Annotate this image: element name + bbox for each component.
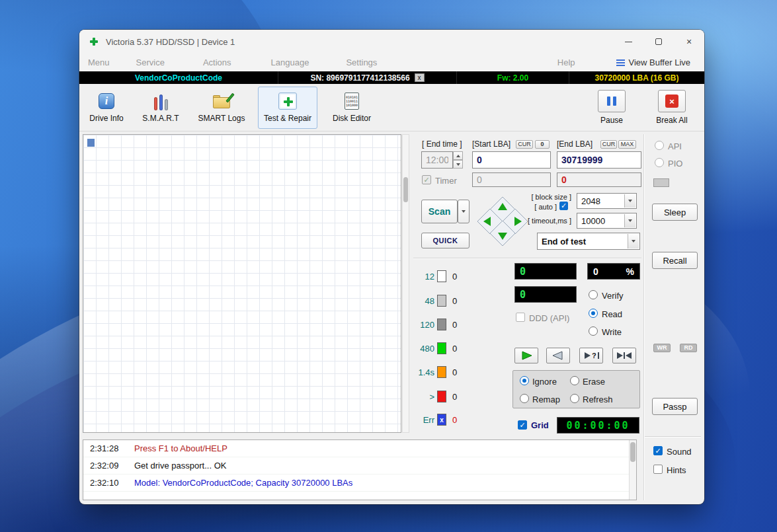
pause-icon	[598, 90, 626, 112]
canvas-scrollbar[interactable]	[402, 134, 409, 433]
read-radio[interactable]	[589, 309, 598, 318]
write-label: Write	[602, 327, 622, 337]
menu-item-menu[interactable]: Menu	[88, 57, 110, 67]
ddd-label: DDD (API)	[529, 313, 569, 323]
log-time: 2:32:09	[83, 461, 134, 471]
api-radio[interactable]	[655, 141, 664, 150]
scan-progress-block	[87, 139, 95, 147]
window-controls: ×	[613, 30, 704, 54]
smart-label: S.M.A.R.T	[142, 114, 179, 123]
end-time-input[interactable]	[421, 151, 453, 169]
back-button[interactable]	[546, 348, 570, 363]
log-row: 2:32:09 Get drive passport... OK	[83, 457, 636, 475]
combo-arrow-icon[interactable]	[624, 194, 635, 208]
start-lba-cur-button[interactable]: CUR	[516, 140, 533, 149]
percent-display: 0 %	[587, 263, 640, 280]
titlebar[interactable]: Victoria 5.37 HDD/SSD | Device 1 ×	[79, 30, 704, 54]
victoria-app-window: Victoria 5.37 HDD/SSD | Device 1 × Menu …	[79, 30, 704, 504]
serial-close-chip[interactable]: x	[415, 73, 425, 82]
log-time: 2:32:10	[83, 478, 134, 488]
menu-item-settings[interactable]: Settings	[346, 57, 377, 67]
end-of-test-value: End of test	[542, 237, 586, 247]
side-panel-bottom-divider	[645, 436, 701, 437]
legend-color-box	[437, 342, 446, 354]
legend-label: >	[413, 392, 434, 402]
hints-checkbox[interactable]	[653, 465, 663, 474]
legend-row-slow: > 0	[413, 390, 457, 403]
timer-value-2[interactable]	[557, 172, 641, 187]
smart-button[interactable]: S.M.A.R.T	[136, 87, 185, 129]
buffer-list-icon	[616, 59, 625, 66]
scan-dropdown-button[interactable]	[458, 200, 470, 223]
scan-dropdown-icon	[462, 210, 466, 213]
start-lba-input[interactable]	[472, 151, 551, 169]
api-label: API	[668, 141, 682, 151]
quick-button[interactable]: QUICK	[421, 233, 470, 248]
smart-logs-button[interactable]: SMART Logs	[194, 87, 249, 129]
ddd-checkbox[interactable]	[516, 313, 525, 322]
menu-item-language[interactable]: Language	[271, 57, 309, 67]
legend-count: 0	[452, 320, 457, 330]
end-lba-cur-button[interactable]: CUR	[600, 140, 617, 149]
grid-checkbox[interactable]: ✓	[518, 420, 527, 430]
drive-info-button[interactable]: i Drive Info	[86, 87, 127, 129]
log-scrollbar[interactable]	[629, 440, 636, 500]
start-test-button[interactable]	[514, 348, 538, 363]
main-toolbar: i Drive Info S.M.A.R.T SMART Logs Test &…	[79, 84, 704, 132]
scan-grid-canvas[interactable]	[83, 134, 401, 433]
drive-info-label: Drive Info	[89, 114, 123, 123]
legend-count: 0	[452, 344, 457, 354]
write-radio[interactable]	[589, 326, 598, 336]
percent-sign: %	[626, 266, 634, 277]
ignore-radio[interactable]	[520, 376, 529, 385]
break-all-x-icon: ×	[665, 95, 678, 108]
passport-button[interactable]: Passp	[652, 398, 698, 415]
disk-editor-button[interactable]: 010101110011101000 Disk Editor	[327, 87, 377, 129]
canvas-scrollbar-thumb[interactable]	[403, 177, 408, 202]
pause-button[interactable]: Pause	[591, 87, 633, 129]
erase-radio[interactable]	[570, 376, 579, 385]
block-size-combo[interactable]: 2048	[577, 193, 637, 209]
log-row: 2:31:28 Press F1 to About/HELP	[83, 440, 636, 457]
break-all-button[interactable]: × Break All	[649, 87, 695, 129]
test-repair-button[interactable]: Test & Repair	[258, 87, 317, 129]
end-lba-max-button[interactable]: MAX	[618, 140, 636, 149]
menu-item-actions[interactable]: Actions	[203, 57, 231, 67]
sound-label: Sound	[667, 447, 692, 457]
combo-arrow-icon[interactable]	[624, 214, 635, 227]
timer-value-1[interactable]	[472, 172, 551, 187]
menu-item-help[interactable]: Help	[557, 57, 575, 67]
jump-question-button[interactable]: ?	[579, 348, 603, 363]
remap-radio[interactable]	[520, 394, 529, 403]
menu-item-service[interactable]: Service	[136, 57, 165, 67]
auto-checkbox[interactable]: ✓	[559, 202, 568, 210]
end-lba-input[interactable]	[557, 151, 641, 169]
combo-arrow-icon[interactable]	[628, 234, 639, 248]
start-lba-label: [Start LBA]	[472, 139, 511, 149]
sound-checkbox[interactable]: ✓	[653, 446, 663, 455]
minimize-button[interactable]	[613, 30, 643, 54]
recall-button[interactable]: Recall	[652, 252, 698, 269]
back-icon	[550, 350, 567, 361]
verify-radio[interactable]	[589, 290, 598, 299]
maximize-button[interactable]	[643, 30, 674, 54]
view-buffer-live-button[interactable]: View Buffer Live	[616, 57, 690, 67]
timeout-combo[interactable]: 10000	[577, 213, 637, 229]
close-button[interactable]: ×	[674, 30, 704, 54]
legend-color-box	[437, 319, 446, 330]
spin-down-icon[interactable]	[453, 160, 463, 169]
menu-bar: Menu Service Actions Language Settings H…	[79, 54, 704, 71]
scan-button[interactable]: Scan	[421, 200, 458, 223]
end-of-test-combo[interactable]: End of test	[537, 233, 640, 250]
device-serial: SN: 8969791177412138566	[310, 73, 409, 83]
legend-row-1-4s: 1.4s 0	[413, 365, 457, 379]
end-time-spinner[interactable]	[453, 151, 463, 169]
pio-radio[interactable]	[655, 158, 664, 167]
to-end-button[interactable]	[612, 348, 636, 363]
timer-checkbox[interactable]: ✓	[422, 175, 431, 184]
refresh-radio[interactable]	[570, 394, 579, 403]
sleep-button[interactable]: Sleep	[652, 204, 698, 221]
start-lba-zero-chip[interactable]: 0	[535, 140, 550, 149]
log-scrollbar-thumb[interactable]	[630, 442, 635, 462]
spin-up-icon[interactable]	[453, 151, 463, 160]
